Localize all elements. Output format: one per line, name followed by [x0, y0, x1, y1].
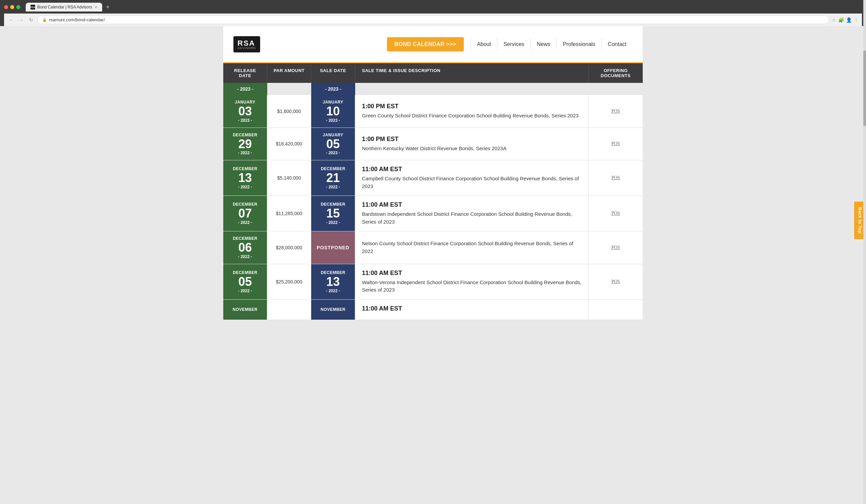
docs-cell: POS [589, 128, 643, 160]
par-amount-cell: $5,140,000 [267, 160, 311, 195]
year-docs-2023 [589, 83, 643, 95]
sale-day: 13 [326, 275, 340, 289]
par-amount-cell: $28,000,000 [267, 231, 311, 264]
release-year: - 2022 - [238, 150, 252, 155]
sale-day: 21 [326, 171, 340, 185]
docs-cell: POS [589, 231, 643, 264]
year-release-2023: - 2023 - [223, 83, 267, 95]
site-header: RSA advisors BOND CALENDAR >>> About Ser… [223, 26, 643, 63]
close-window-button[interactable] [4, 5, 8, 9]
scrollbar-thumb[interactable] [863, 51, 866, 126]
pos-link[interactable]: POS [611, 211, 620, 216]
minimize-window-button[interactable] [10, 5, 14, 9]
release-date-cell: DECEMBER 07 - 2022 - [223, 196, 267, 231]
sale-day: 05 [326, 137, 340, 151]
col-description: SALE TIME & ISSUE DESCRIPTION [355, 63, 589, 83]
bookmark-icon[interactable]: ☆ [832, 17, 836, 23]
main-nav: BOND CALENDAR >>> About Services News Pr… [387, 37, 633, 52]
docs-cell [589, 300, 643, 320]
par-amount-cell: $25,200,000 [267, 264, 311, 299]
maximize-window-button[interactable] [16, 5, 20, 9]
sale-date-cell: JANUARY 05 - 2023 - [311, 128, 355, 160]
description-cell: 11:00 AM EST Walton-Verona Independent S… [355, 264, 589, 299]
bond-calendar-button[interactable]: BOND CALENDAR >>> [387, 37, 464, 52]
sale-time: 11:00 AM EST [362, 201, 581, 208]
sale-date-cell: DECEMBER 21 - 2022 - [311, 160, 355, 195]
year-par-2023 [267, 83, 311, 95]
refresh-button[interactable]: ↻ [28, 16, 34, 23]
toolbar-actions: ☆ 🧩 👤 ⋮ [832, 17, 858, 23]
sale-year: - 2022 - [326, 220, 340, 225]
docs-cell: POS [589, 95, 643, 127]
nav-services[interactable]: Services [497, 38, 530, 51]
release-month: DECEMBER [233, 236, 257, 241]
extensions-icon[interactable]: 🧩 [838, 17, 844, 23]
sale-month: NOVEMBER [321, 307, 345, 312]
pos-link[interactable]: POS [611, 141, 620, 146]
tab-title: Bond Calendar | RSA Advisors [37, 5, 92, 10]
sale-day: 15 [326, 207, 340, 220]
par-amount-cell: $1,600,000 [267, 95, 311, 127]
col-sale-date: SALE DATE [311, 63, 355, 83]
sale-description: Nelson County School District Finance Co… [362, 240, 581, 255]
docs-cell: POS [589, 264, 643, 299]
tab-favicon: RSA [31, 5, 35, 10]
nav-professionals[interactable]: Professionals [556, 38, 601, 51]
logo-sub: advisors [237, 46, 256, 50]
sale-month: DECEMBER [321, 270, 345, 275]
sale-month: JANUARY [323, 133, 343, 137]
pos-link[interactable]: POS [611, 109, 620, 114]
sale-time: 11:00 AM EST [362, 166, 581, 173]
nav-news[interactable]: News [531, 38, 556, 51]
nav-about[interactable]: About [470, 38, 497, 51]
browser-toolbar: ← → ↻ 🔒 rsamuni.com/bond-calendar/ ☆ 🧩 👤… [4, 13, 862, 26]
release-day: 29 [238, 137, 252, 151]
sale-year: - 2023 - [326, 150, 340, 155]
sale-time: 1:00 PM EST [362, 136, 581, 143]
sale-year: - 2023 - [326, 118, 340, 123]
logo[interactable]: RSA advisors [233, 36, 260, 53]
table-row: DECEMBER 07 - 2022 - $11,285,000 DECEMBE… [223, 196, 643, 231]
release-date-cell: DECEMBER 06 - 2022 - [223, 231, 267, 264]
back-button[interactable]: ← [8, 16, 15, 23]
docs-cell: POS [589, 196, 643, 231]
address-bar[interactable]: 🔒 rsamuni.com/bond-calendar/ [37, 15, 829, 24]
url-text: rsamuni.com/bond-calendar/ [49, 17, 105, 22]
col-release-date: RELEASE DATE [223, 63, 267, 83]
table-row: NOVEMBER NOVEMBER 11:00 AM EST [223, 300, 643, 320]
release-year: - 2022 - [238, 289, 252, 293]
par-amount-cell: $11,285,000 [267, 196, 311, 231]
pos-link[interactable]: POS [611, 279, 620, 284]
tab-close-icon[interactable]: ✕ [95, 5, 98, 10]
docs-cell: POS [589, 160, 643, 195]
pos-link[interactable]: POS [611, 245, 620, 250]
table-row: DECEMBER 05 - 2022 - $25,200,000 DECEMBE… [223, 264, 643, 300]
release-year: - 2022 - [238, 185, 252, 189]
nav-contact[interactable]: Contact [601, 38, 633, 51]
sale-day: 10 [326, 104, 340, 118]
sale-time: 11:00 AM EST [362, 270, 581, 277]
description-cell: 11:00 AM EST Campbell County School Dist… [355, 160, 589, 195]
tab-bar: RSA Bond Calendar | RSA Advisors ✕ + [4, 3, 862, 11]
menu-icon[interactable]: ⋮ [854, 17, 858, 23]
release-month: DECEMBER [233, 270, 257, 275]
forward-button[interactable]: → [18, 16, 25, 23]
sale-month: DECEMBER [321, 202, 345, 207]
active-tab[interactable]: RSA Bond Calendar | RSA Advisors ✕ [26, 3, 102, 11]
browser-chrome: RSA Bond Calendar | RSA Advisors ✕ + ← →… [0, 0, 866, 26]
logo-text: RSA [237, 39, 255, 47]
year-desc-2023 [355, 83, 589, 95]
description-cell: 11:00 AM EST [355, 300, 589, 320]
release-date-cell: DECEMBER 05 - 2022 - [223, 264, 267, 299]
release-day: 05 [238, 275, 252, 289]
scrollbar-track [863, 0, 866, 504]
new-tab-button[interactable]: + [106, 4, 110, 11]
postponed-cell: POSTPONED [311, 231, 355, 264]
release-date-cell: NOVEMBER [223, 300, 267, 320]
profile-icon[interactable]: 👤 [846, 17, 852, 23]
pos-link[interactable]: POS [611, 175, 620, 181]
par-amount-cell [267, 300, 311, 320]
secure-icon: 🔒 [42, 18, 47, 22]
description-cell: 1:00 PM EST Green County School District… [355, 95, 589, 127]
sale-description: Campbell County School District Finance … [362, 175, 581, 190]
